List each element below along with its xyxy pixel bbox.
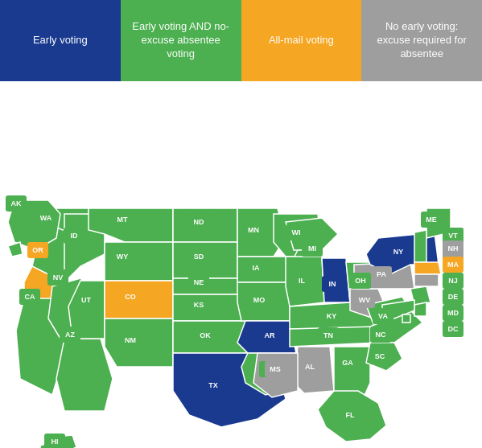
state-nh: NH: [443, 240, 463, 257]
state-wi: WI: [286, 224, 307, 240]
state-al: AL: [299, 359, 320, 375]
state-in: IN: [322, 276, 343, 292]
state-ma: MA: [443, 257, 463, 273]
legend-allmail: All-mail voting: [241, 0, 362, 81]
state-or: OR: [27, 242, 48, 258]
state-tx: TX: [203, 377, 224, 393]
state-me: ME: [421, 212, 442, 228]
state-il: IL: [291, 273, 312, 289]
state-pa: PA: [371, 266, 392, 282]
state-ks: KS: [188, 297, 209, 313]
state-nm: NM: [120, 332, 141, 348]
map-container: AKWAORCAIDNVAZMTWYUTCONMNDSDNEKSOKTXMNIA…: [0, 81, 482, 448]
state-co: CO: [120, 289, 141, 305]
state-va: VA: [373, 308, 393, 324]
state-nv: NV: [47, 269, 68, 286]
state-ia: IA: [245, 260, 266, 276]
legend-noearlyv: No early voting: excuse required for abs…: [361, 0, 482, 81]
state-ky: KY: [321, 308, 342, 324]
state-wa: WA: [35, 210, 56, 226]
state-az: AZ: [60, 327, 80, 343]
state-ak: AK: [6, 195, 27, 212]
state-nj: NJ: [443, 273, 463, 289]
state-ar: AR: [259, 327, 280, 343]
state-fl: FL: [340, 407, 360, 423]
state-mo: MO: [249, 292, 270, 308]
legend: Early voting Early voting AND no-excuse …: [0, 0, 482, 81]
state-ga: GA: [337, 355, 358, 371]
state-mi: MI: [302, 240, 323, 257]
legend-early: Early voting: [0, 0, 121, 81]
state-tn: TN: [318, 327, 339, 343]
state-ne: NE: [188, 274, 209, 290]
state-de: DE: [443, 289, 463, 305]
state-sc: SC: [369, 348, 390, 364]
state-md: MD: [443, 305, 463, 321]
state-nd: ND: [188, 214, 209, 230]
state-mt: MT: [112, 212, 133, 228]
state-dc: DC: [443, 321, 463, 337]
state-ok: OK: [195, 327, 216, 343]
state-ut: UT: [76, 292, 97, 308]
state-wv: WV: [354, 292, 375, 308]
state-ca: CA: [19, 289, 40, 305]
state-id: ID: [64, 228, 84, 244]
state-nc: NC: [370, 327, 391, 343]
state-mn: MN: [243, 222, 264, 238]
state-ms: MS: [265, 361, 286, 377]
state-ny: NY: [388, 244, 409, 260]
state-hi: HI: [44, 434, 65, 448]
legend-early-noexcuse: Early voting AND no-excuse absentee voti…: [121, 0, 241, 81]
state-oh: OH: [350, 273, 371, 289]
state-sd: SD: [188, 249, 209, 265]
state-wy: WY: [112, 249, 133, 265]
